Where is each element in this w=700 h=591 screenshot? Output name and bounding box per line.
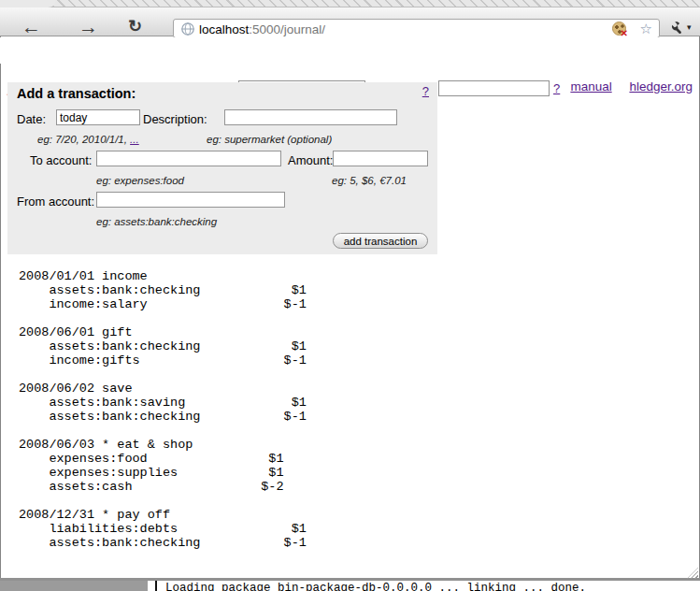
hledger-org-link[interactable]: hledger.org xyxy=(629,79,693,94)
cookie-blocked-icon[interactable]: ✕ xyxy=(612,22,626,36)
behind-window-strip: Loading package bin-package-db-0.0.0.0 .… xyxy=(0,581,700,591)
add-transaction-button[interactable]: add transaction xyxy=(333,233,428,249)
add-transaction-form: Add a transaction: ? Date: Description: … xyxy=(7,82,437,254)
reload-button[interactable]: ↻ xyxy=(128,18,142,35)
date-hint: eg: 7/20, 2010/1/1, ... xyxy=(37,134,139,145)
address-bar[interactable]: localhost:5000/journal/ ✕ ☆ xyxy=(173,19,660,38)
top-links: manual hledger.org xyxy=(556,79,693,94)
form-title: Add a transaction: xyxy=(17,86,136,101)
page-nav: journal|register|balance filter by: ? in… xyxy=(0,37,698,64)
description-input[interactable] xyxy=(224,109,397,125)
date-hint-more-link[interactable]: ... xyxy=(130,134,139,145)
bookmark-star-icon[interactable]: ☆ xyxy=(640,21,652,37)
browser-tab[interactable] xyxy=(0,0,56,7)
description-hint: eg: supermarket (optional) xyxy=(207,134,332,145)
date-hint-text: eg: 7/20, 2010/1/1, xyxy=(37,134,130,145)
description-label: Description: xyxy=(143,112,207,126)
url-text: localhost:5000/journal/ xyxy=(199,22,325,36)
back-button[interactable]: ← xyxy=(21,17,41,36)
terminal-window-border xyxy=(155,581,157,591)
to-account-hint: eg: expenses:food xyxy=(96,175,184,186)
window-left-border xyxy=(0,7,1,581)
terminal-output-text: Loading package bin-package-db-0.0.0.0 .… xyxy=(165,582,586,591)
to-account-label: To account: xyxy=(30,153,93,167)
from-account-input[interactable] xyxy=(96,192,285,208)
desktop-background xyxy=(0,581,148,591)
browser-toolbar: ← → ↻ localhost:5000/journal/ ✕ ☆ ▾ xyxy=(0,7,700,36)
journal-text: 2008/01/01 income assets:bank:checking $… xyxy=(19,269,307,550)
date-label: Date: xyxy=(17,112,46,126)
menu-caret-icon[interactable]: ▾ xyxy=(687,22,692,32)
period-input[interactable] xyxy=(438,80,550,96)
window-frame-stripes xyxy=(0,0,700,7)
manual-link[interactable]: manual xyxy=(570,79,611,94)
url-host: localhost xyxy=(199,22,249,36)
to-account-input[interactable] xyxy=(96,151,281,166)
amount-input[interactable] xyxy=(333,151,428,166)
from-account-label: From account: xyxy=(17,195,94,209)
resize-grip[interactable] xyxy=(687,568,698,579)
form-help-link[interactable]: ? xyxy=(422,84,429,98)
forward-button[interactable]: → xyxy=(79,17,98,36)
amount-hint: eg: 5, $6, €7.01 xyxy=(332,175,407,186)
amount-label: Amount: xyxy=(288,153,333,167)
from-account-hint: eg: assets:bank:checking xyxy=(96,216,217,227)
url-path: :5000/journal/ xyxy=(249,22,325,36)
date-input[interactable] xyxy=(56,109,140,125)
